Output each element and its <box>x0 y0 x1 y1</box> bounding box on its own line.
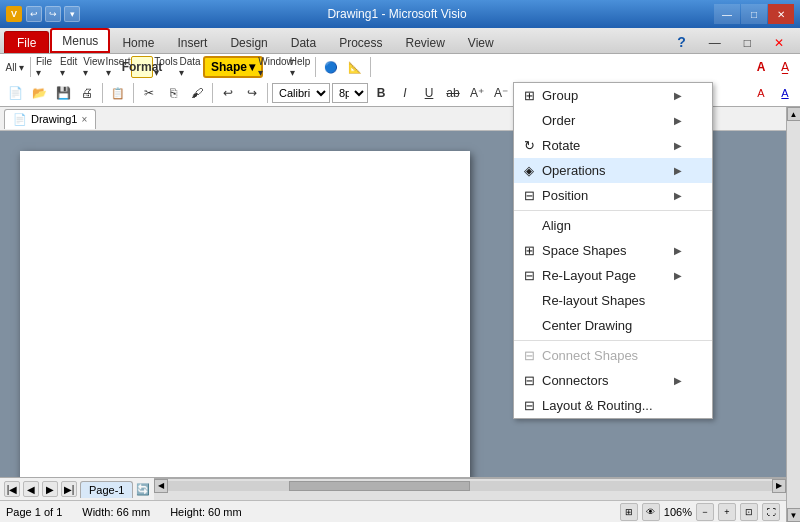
view-menu-btn[interactable]: View ▾ <box>83 56 105 78</box>
hscroll-right-btn[interactable]: ▶ <box>772 479 786 493</box>
tab-menus[interactable]: Menus <box>50 28 110 53</box>
win-min-btn[interactable]: — <box>698 31 732 53</box>
menu-item-operations[interactable]: ◈ Operations ▶ <box>514 158 712 183</box>
tab-design[interactable]: Design <box>219 31 278 53</box>
redo-quick-btn[interactable]: ↪ <box>45 6 61 22</box>
redo-btn[interactable]: ↪ <box>241 82 263 104</box>
all-btn[interactable]: All ▾ <box>4 56 26 78</box>
doc-tab-close[interactable]: × <box>81 114 87 125</box>
shape-dropdown-menu: ⊞ Group ▶ Order ▶ ↻ Rotate ▶ ◈ Operation… <box>513 82 713 419</box>
text-size-down-btn[interactable]: A⁻ <box>490 82 512 104</box>
spell-icon[interactable]: 📐 <box>344 56 366 78</box>
status-btn-2[interactable]: 👁 <box>642 503 660 521</box>
font-size-select[interactable]: 8pt <box>332 83 368 103</box>
page-last-btn[interactable]: ▶| <box>61 481 77 497</box>
fill-color-icon[interactable]: A <box>750 82 772 104</box>
menu-item-space-shapes[interactable]: ⊞ Space Shapes ▶ <box>514 238 712 263</box>
tab-process[interactable]: Process <box>328 31 393 53</box>
tab-data[interactable]: Data <box>280 31 327 53</box>
doc-tab[interactable]: 📄 Drawing1 × <box>4 109 96 129</box>
fit-page-btn[interactable]: ⊡ <box>740 503 758 521</box>
format-menu-btn[interactable]: Format <box>131 56 153 78</box>
tab-file[interactable]: File <box>4 31 49 53</box>
menu-item-layout-routing[interactable]: ⊟ Layout & Routing... <box>514 393 712 418</box>
order-label: Order <box>542 113 575 128</box>
rotate-icon: ↻ <box>518 138 540 153</box>
page-add-icon[interactable]: 🔄 <box>136 483 150 496</box>
sep5 <box>133 83 134 103</box>
underline-btn[interactable]: U <box>418 82 440 104</box>
full-screen-btn[interactable]: ⛶ <box>762 503 780 521</box>
zoom-out-btn[interactable]: − <box>696 503 714 521</box>
text-color-icon[interactable]: A <box>750 56 772 78</box>
maximize-button[interactable]: □ <box>741 4 767 24</box>
new-btn[interactable]: 📄 <box>4 82 26 104</box>
tab-home[interactable]: Home <box>111 31 165 53</box>
menu-item-order[interactable]: Order ▶ <box>514 108 712 133</box>
help-btn[interactable]: ? <box>666 29 697 53</box>
tools-menu-btn[interactable]: Tools ▾ <box>155 56 177 78</box>
save-btn[interactable]: 💾 <box>52 82 74 104</box>
re-layout-page-icon: ⊟ <box>518 268 540 283</box>
sep3 <box>370 57 371 77</box>
menu-item-align[interactable]: Align <box>514 213 712 238</box>
tab-insert[interactable]: Insert <box>166 31 218 53</box>
open-btn[interactable]: 📂 <box>28 82 50 104</box>
win-close-btn[interactable]: ✕ <box>763 31 795 53</box>
menu-item-connect-shapes: ⊟ Connect Shapes <box>514 343 712 368</box>
minimize-button[interactable]: — <box>714 4 740 24</box>
status-btn-1[interactable]: ⊞ <box>620 503 638 521</box>
customize-quick-btn[interactable]: ▾ <box>64 6 80 22</box>
data-menu-btn[interactable]: Data ▾ <box>179 56 201 78</box>
undo-btn[interactable]: ↩ <box>217 82 239 104</box>
menu-item-re-layout-shapes[interactable]: Re-layout Shapes <box>514 288 712 313</box>
paste-icon[interactable]: 📋 <box>107 82 129 104</box>
close-button[interactable]: ✕ <box>768 4 794 24</box>
menu-item-connectors[interactable]: ⊟ Connectors ▶ <box>514 368 712 393</box>
format-painter-btn[interactable]: 🖌 <box>186 82 208 104</box>
hscroll-left-btn[interactable]: ◀ <box>154 479 168 493</box>
window-controls: — □ ✕ <box>714 4 794 24</box>
line-color-icon[interactable]: A <box>774 82 796 104</box>
vscroll-down-btn[interactable]: ▼ <box>787 508 801 522</box>
print-btn[interactable]: 🖨 <box>76 82 98 104</box>
menu-item-group[interactable]: ⊞ Group ▶ <box>514 83 712 108</box>
page-nav: |◀ ◀ ▶ ▶| Page-1 🔄 <box>0 478 154 500</box>
zoom-in-btn[interactable]: + <box>718 503 736 521</box>
status-right: ⊞ 👁 106% − + ⊡ ⛶ <box>620 503 780 521</box>
menu-item-position[interactable]: ⊟ Position ▶ <box>514 183 712 208</box>
menu-item-re-layout-page[interactable]: ⊟ Re-Layout Page ▶ <box>514 263 712 288</box>
text-size-up-btn[interactable]: A⁺ <box>466 82 488 104</box>
page-tab[interactable]: Page-1 <box>80 481 133 498</box>
menu-item-rotate[interactable]: ↻ Rotate ▶ <box>514 133 712 158</box>
font-family-select[interactable]: Calibri <box>272 83 330 103</box>
page-prev-btn[interactable]: ◀ <box>23 481 39 497</box>
position-icon: ⊟ <box>518 188 540 203</box>
page-next-btn[interactable]: ▶ <box>42 481 58 497</box>
shape-label: Shape <box>211 60 247 74</box>
bold-icon[interactable]: 🔵 <box>320 56 342 78</box>
strikethrough-btn[interactable]: ab <box>442 82 464 104</box>
text-color2-icon[interactable]: A̲ <box>774 56 796 78</box>
window-menu-btn[interactable]: Window ▾ <box>265 56 287 78</box>
right-scrollbar[interactable]: ▲ ▼ <box>786 107 800 522</box>
win-restore-btn[interactable]: □ <box>733 31 762 53</box>
hscroll-thumb[interactable] <box>289 481 470 491</box>
edit-menu-btn[interactable]: Edit ▾ <box>59 56 81 78</box>
hscroll-track[interactable] <box>168 481 772 491</box>
italic-btn[interactable]: I <box>394 82 416 104</box>
copy-btn[interactable]: ⎘ <box>162 82 184 104</box>
cut-btn[interactable]: ✂ <box>138 82 160 104</box>
tab-view[interactable]: View <box>457 31 505 53</box>
status-left: Page 1 of 1 Width: 66 mm Height: 60 mm <box>6 506 242 518</box>
help-menu-btn[interactable]: Help ▾ <box>289 56 311 78</box>
file-menu-btn[interactable]: File ▾ <box>35 56 57 78</box>
tab-review[interactable]: Review <box>394 31 455 53</box>
undo-quick-btn[interactable]: ↩ <box>26 6 42 22</box>
bold-btn[interactable]: B <box>370 82 392 104</box>
page-first-btn[interactable]: |◀ <box>4 481 20 497</box>
menu-item-center-drawing[interactable]: Center Drawing <box>514 313 712 338</box>
h-scrollbar[interactable]: ◀ ▶ <box>154 478 786 492</box>
shape-menu-btn[interactable]: Shape ▾ <box>203 56 263 78</box>
vscroll-up-btn[interactable]: ▲ <box>787 107 801 121</box>
